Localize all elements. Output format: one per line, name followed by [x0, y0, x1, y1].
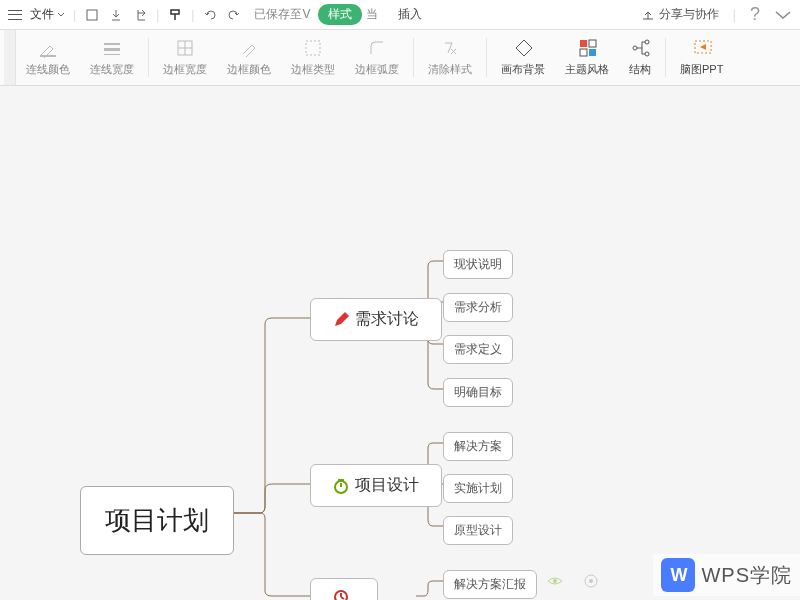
ppt-icon	[692, 38, 712, 58]
svg-rect-2	[104, 43, 120, 45]
line-width-icon	[102, 38, 122, 58]
label: 连线颜色	[26, 62, 70, 77]
label: 项目计划	[105, 503, 209, 538]
clear-style-icon	[440, 38, 460, 58]
svg-point-19	[589, 579, 593, 583]
divider: |	[733, 8, 736, 22]
label: 项目设计	[355, 475, 419, 496]
svg-rect-8	[589, 40, 596, 47]
label: 需求定义	[454, 341, 502, 358]
label: 解决方案汇报	[454, 576, 526, 593]
mind-node-design[interactable]: 项目设计	[310, 464, 442, 507]
share-label: 分享与协作	[659, 6, 719, 23]
line-color-button[interactable]: 连线颜色	[16, 38, 80, 77]
clock-icon	[333, 589, 349, 600]
help-icon[interactable]: ?	[750, 4, 760, 25]
svg-point-12	[645, 40, 649, 44]
label: 原型设计	[454, 522, 502, 539]
undo-icon[interactable]	[202, 7, 218, 23]
ribbon-edge	[4, 30, 16, 85]
structure-button[interactable]: 结构	[619, 38, 661, 77]
structure-icon	[630, 38, 650, 58]
eye-icon[interactable]	[546, 572, 564, 590]
mind-leaf[interactable]: 需求定义	[443, 335, 513, 364]
view-controls	[546, 572, 600, 590]
mind-node-partial[interactable]	[310, 578, 378, 600]
label: 需求分析	[454, 299, 502, 316]
watermark-text: WPS学院	[701, 562, 792, 589]
border-type-icon	[303, 38, 323, 58]
mind-leaf[interactable]: 明确目标	[443, 378, 513, 407]
file-menu[interactable]: 文件	[30, 6, 65, 23]
svg-point-11	[633, 46, 637, 50]
border-width-button[interactable]: 边框宽度	[153, 38, 217, 77]
svg-point-13	[645, 52, 649, 56]
ribbon: 连线颜色 连线宽度 边框宽度 边框颜色 边框类型 边框弧度 清除样式	[0, 30, 800, 86]
canvas-bg-icon	[513, 38, 533, 58]
divider	[486, 38, 487, 77]
label: W	[670, 565, 686, 586]
border-arc-icon	[367, 38, 387, 58]
svg-point-17	[553, 579, 557, 583]
svg-rect-9	[580, 49, 587, 56]
mindmap-canvas[interactable]: 项目计划 需求讨论 现状说明 需求分析 需求定义 明确目标 项目设计 解决方案 …	[0, 86, 800, 600]
target-icon[interactable]	[582, 572, 600, 590]
divider	[413, 38, 414, 77]
format-painter-icon[interactable]	[167, 7, 183, 23]
timer-icon	[333, 478, 349, 494]
label: 连线宽度	[90, 62, 134, 77]
download-icon[interactable]	[108, 7, 124, 23]
label: 脑图PPT	[680, 62, 723, 77]
mind-node-requirements[interactable]: 需求讨论	[310, 298, 442, 341]
label: 边框弧度	[355, 62, 399, 77]
mind-leaf[interactable]: 解决方案汇报	[443, 570, 537, 599]
clear-style-button[interactable]: 清除样式	[418, 30, 482, 85]
collapse-icon[interactable]	[774, 9, 792, 21]
mind-root[interactable]: 项目计划	[80, 486, 234, 555]
label: 主题风格	[565, 62, 609, 77]
label: 画布背景	[501, 62, 545, 77]
label: 实施计划	[454, 480, 502, 497]
menu-icon[interactable]	[8, 10, 22, 20]
svg-rect-1	[40, 55, 56, 57]
divider	[665, 38, 666, 77]
label: 结构	[629, 62, 651, 77]
label: 清除样式	[428, 62, 472, 77]
divider: |	[191, 8, 194, 22]
top-bar: 文件 | | | 已保存至V 样式 当 插入 分享与协作 | ?	[0, 0, 800, 30]
tab-insert[interactable]: 插入	[398, 6, 422, 23]
save-status: 已保存至V	[254, 6, 310, 23]
divider: |	[73, 8, 76, 22]
wps-logo-icon: W	[661, 558, 695, 592]
share-icon	[641, 8, 655, 22]
export-icon[interactable]	[132, 7, 148, 23]
theme-icon	[577, 38, 597, 58]
theme-button[interactable]: 主题风格	[555, 38, 619, 77]
mind-leaf[interactable]: 实施计划	[443, 474, 513, 503]
canvas-bg-button[interactable]: 画布背景	[491, 38, 555, 77]
line-width-button[interactable]: 连线宽度	[80, 38, 144, 77]
tab-style[interactable]: 样式	[318, 4, 362, 25]
border-arc-button[interactable]: 边框弧度	[345, 38, 409, 77]
divider	[148, 38, 149, 77]
share-button[interactable]: 分享与协作	[641, 6, 719, 23]
mind-leaf[interactable]: 原型设计	[443, 516, 513, 545]
pencil-icon	[333, 312, 349, 328]
redo-icon[interactable]	[226, 7, 242, 23]
rename-icon[interactable]	[84, 7, 100, 23]
label: 明确目标	[454, 384, 502, 401]
chevron-down-icon	[57, 11, 65, 19]
svg-rect-0	[87, 10, 97, 20]
border-type-button[interactable]: 边框类型	[281, 38, 345, 77]
label: 边框类型	[291, 62, 335, 77]
mind-leaf[interactable]: 解决方案	[443, 432, 513, 461]
svg-rect-4	[104, 54, 120, 55]
svg-rect-3	[104, 48, 120, 51]
border-color-button[interactable]: 边框颜色	[217, 38, 281, 77]
mindmap-ppt-button[interactable]: 脑图PPT	[670, 30, 733, 85]
svg-rect-10	[589, 49, 596, 56]
mind-leaf[interactable]: 需求分析	[443, 293, 513, 322]
border-width-icon	[175, 38, 195, 58]
divider: |	[156, 8, 159, 22]
mind-leaf[interactable]: 现状说明	[443, 250, 513, 279]
